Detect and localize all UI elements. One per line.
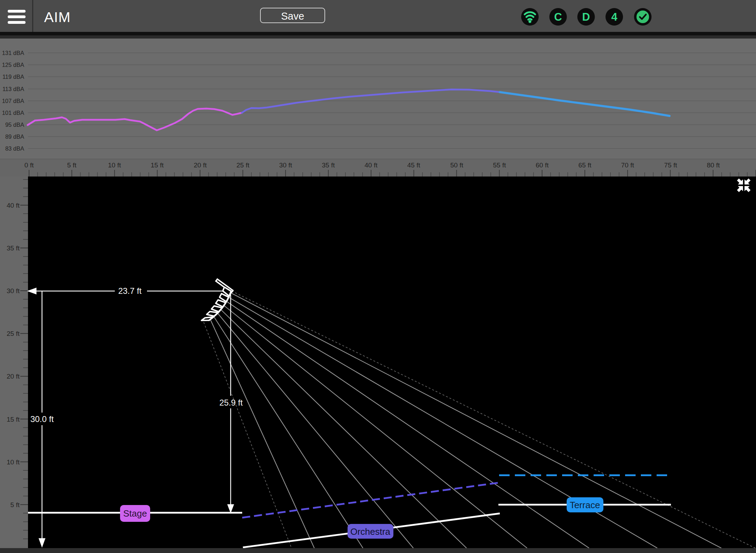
svg-text:15 ft: 15 ft <box>7 416 20 423</box>
svg-text:Stage: Stage <box>123 508 147 519</box>
svg-text:89 dBA: 89 dBA <box>5 133 24 140</box>
svg-text:75 ft: 75 ft <box>664 161 678 169</box>
svg-text:0 ft: 0 ft <box>24 161 34 169</box>
svg-text:60 ft: 60 ft <box>536 161 549 169</box>
svg-text:125 dBA: 125 dBA <box>2 62 24 68</box>
svg-text:65 ft: 65 ft <box>579 161 592 169</box>
svg-text:25 ft: 25 ft <box>237 161 250 169</box>
svg-text:4: 4 <box>611 11 617 23</box>
svg-text:30 ft: 30 ft <box>7 287 20 295</box>
svg-text:10 ft: 10 ft <box>108 161 121 169</box>
svg-text:35 ft: 35 ft <box>7 244 20 252</box>
svg-text:70 ft: 70 ft <box>621 161 635 169</box>
svg-text:30.0 ft: 30.0 ft <box>30 414 54 424</box>
svg-text:D: D <box>582 11 590 23</box>
svg-text:50 ft: 50 ft <box>450 161 464 169</box>
svg-text:15 ft: 15 ft <box>151 161 164 169</box>
svg-text:5 ft: 5 ft <box>67 161 77 169</box>
svg-text:30 ft: 30 ft <box>279 161 293 169</box>
svg-text:45 ft: 45 ft <box>407 161 421 169</box>
svg-text:5 ft: 5 ft <box>10 501 20 509</box>
svg-text:10 ft: 10 ft <box>7 458 20 466</box>
svg-text:40 ft: 40 ft <box>365 161 378 169</box>
svg-text:25 ft: 25 ft <box>7 330 20 337</box>
svg-text:23.7 ft: 23.7 ft <box>118 286 142 296</box>
svg-text:20 ft: 20 ft <box>7 373 20 380</box>
svg-text:25.9 ft: 25.9 ft <box>219 398 243 407</box>
svg-text:55 ft: 55 ft <box>493 161 506 169</box>
svg-text:20 ft: 20 ft <box>194 161 207 169</box>
svg-text:Orchestra: Orchestra <box>350 526 391 537</box>
svg-text:119 dBA: 119 dBA <box>2 74 24 80</box>
svg-text:101 dBA: 101 dBA <box>2 110 24 116</box>
svg-text:35 ft: 35 ft <box>322 161 335 169</box>
svg-text:113 dBA: 113 dBA <box>2 86 24 92</box>
svg-text:40 ft: 40 ft <box>7 202 20 209</box>
svg-text:95 dBA: 95 dBA <box>5 122 24 128</box>
svg-text:Terrace: Terrace <box>570 500 600 510</box>
svg-text:131 dBA: 131 dBA <box>2 50 24 56</box>
svg-text:107 dBA: 107 dBA <box>2 98 24 104</box>
svg-text:80 ft: 80 ft <box>707 161 720 169</box>
svg-text:83 dBA: 83 dBA <box>5 145 24 152</box>
svg-text:C: C <box>554 11 562 23</box>
